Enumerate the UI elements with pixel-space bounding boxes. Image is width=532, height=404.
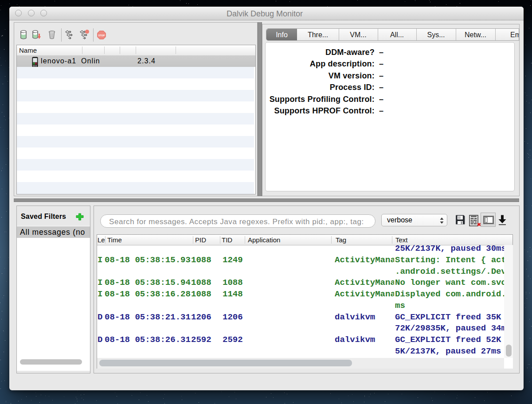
svg-text:STOP: STOP (98, 34, 105, 37)
